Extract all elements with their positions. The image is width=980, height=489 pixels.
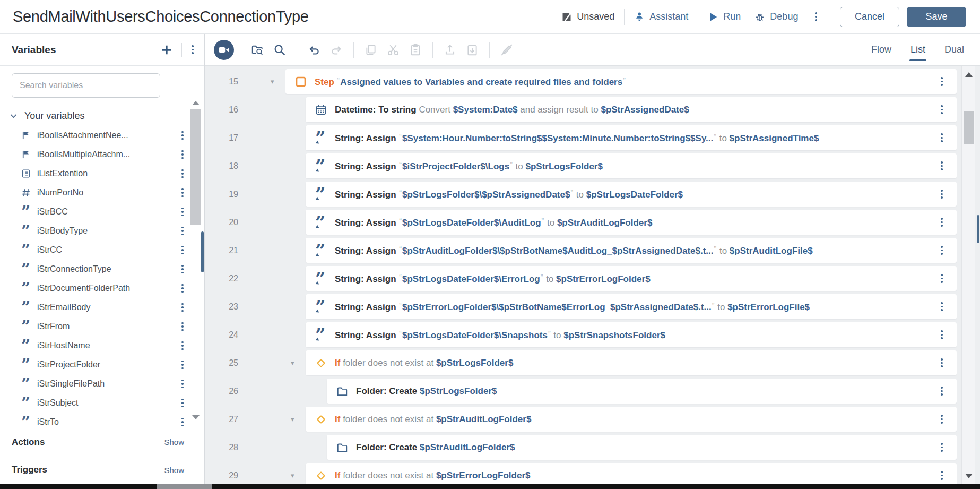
action-card[interactable]: If folder does not exist at $pStrAuditLo… [306,407,957,432]
kebab-menu[interactable] [178,417,187,428]
action-card[interactable]: String: Assign “$pStrAuditLogFolder$\$pS… [306,238,957,263]
view-tab-list[interactable]: List [910,34,925,66]
variable-item[interactable]: iStrFrom [0,317,187,336]
variable-item[interactable]: iStrCC [0,241,187,260]
action-card[interactable]: String: Assign “$pStrLogsFolder$\$pStrAs… [306,182,957,207]
variable-item[interactable]: iStrConnectionType [0,260,187,279]
variable-item[interactable]: iStrEmailBody [0,298,187,317]
action-card[interactable]: String: Assign “$pStrLogsDateFolder$\Aud… [306,210,957,235]
action-card[interactable]: Folder: Create $pStrAuditLogFolder$ [327,435,957,460]
scroll-up-icon[interactable] [965,72,973,77]
actions-section[interactable]: Actions Show [0,428,204,456]
your-variables-group[interactable]: Your variables [0,102,204,126]
action-card[interactable]: Datetime: To string Convert $System:Date… [306,97,957,122]
variable-item[interactable]: iStrBodyType [0,221,187,241]
if-diamond-icon [315,357,329,370]
variable-name: iStrDocumentFolderPath [37,284,178,293]
kebab-menu[interactable] [178,264,187,275]
run-button[interactable]: Run [708,11,741,22]
variable-item[interactable]: iStrBCC [0,202,187,221]
kebab-menu[interactable] [178,130,187,141]
collapse-chevron-icon[interactable]: ▾ [271,69,274,94]
kebab-menu[interactable] [938,76,946,87]
upload-icon [444,44,456,56]
sidebar-scroll-down-icon[interactable] [192,415,200,419]
kebab-menu[interactable] [178,226,187,237]
collapse-chevron-icon[interactable]: ▾ [291,463,294,484]
view-tab-flow[interactable]: Flow [871,34,891,66]
action-card[interactable]: String: Assign “$pStrErrorLogFolder$\$pS… [306,294,957,319]
variable-item[interactable]: iBoolIsAttachmentNee... [0,126,187,145]
sidebar-pane-scroll-indicator[interactable] [201,231,204,272]
variables-menu[interactable] [188,44,197,55]
triggers-show-link[interactable]: Show [164,466,184,475]
triggers-section[interactable]: Triggers Show [0,456,204,484]
collapse-chevron-icon[interactable]: ▾ [291,407,294,432]
record-button[interactable] [214,40,234,60]
kebab-menu[interactable] [938,104,946,115]
save-button[interactable]: Save [907,7,966,27]
add-variable-button[interactable] [161,45,172,55]
search-icon[interactable] [273,44,286,56]
cancel-button[interactable]: Cancel [840,7,899,27]
variable-item[interactable]: iStrSubject [0,393,187,413]
variable-item[interactable]: iNumPortNo [0,183,187,202]
kebab-menu[interactable] [938,329,946,340]
window-pane-scroll-indicator[interactable] [977,215,979,243]
sidebar-scrollbar-thumb[interactable] [190,109,201,225]
action-card[interactable]: If folder does not exist at $pStrErrorLo… [306,463,957,484]
kebab-menu[interactable] [938,385,946,397]
action-card[interactable]: If folder does not exist at $pStrLogsFol… [306,350,957,375]
kebab-menu[interactable] [178,283,187,294]
actions-show-link[interactable]: Show [164,437,184,447]
main-scrollbar-thumb[interactable] [964,111,974,144]
action-text: Folder: Create $pStrAuditLogFolder$ [356,442,930,453]
assistant-button[interactable]: Assistant [634,11,688,22]
collapse-chevron-icon[interactable]: ▾ [291,350,294,375]
scroll-down-icon[interactable] [965,474,973,478]
kebab-menu[interactable] [938,357,946,368]
sidebar-scroll-up-icon[interactable] [192,101,200,105]
kebab-menu[interactable] [178,379,187,390]
kebab-menu[interactable] [938,160,946,171]
view-tab-dual[interactable]: Dual [944,34,964,66]
kebab-menu[interactable] [178,168,187,179]
action-card[interactable]: Step “Assigned values to Variables and c… [285,69,957,94]
header-more-menu[interactable] [812,11,820,22]
kebab-menu[interactable] [178,187,187,199]
undo-icon[interactable] [308,44,320,56]
action-card[interactable]: Folder: Create $pStrLogsFolder$ [327,379,957,404]
folder-search-icon[interactable] [251,44,264,56]
variable-item[interactable]: iStrDocumentFolderPath [0,279,187,298]
kebab-menu[interactable] [938,301,946,312]
kebab-menu[interactable] [178,245,187,256]
kebab-menu[interactable] [938,245,946,256]
kebab-menu[interactable] [178,149,187,160]
kebab-menu[interactable] [178,302,187,313]
search-variables-input[interactable] [12,73,160,98]
kebab-menu[interactable] [938,132,946,143]
kebab-menu[interactable] [938,470,946,481]
kebab-menu[interactable] [178,398,187,409]
kebab-menu[interactable] [178,321,187,332]
debug-button[interactable]: Debug [754,11,798,22]
action-card[interactable]: String: Assign “$iStrProjectFolder$\Logs… [306,153,957,178]
variable-item[interactable]: iStrProjectFolder [0,355,187,374]
kebab-menu[interactable] [178,207,187,218]
action-card[interactable]: String: Assign “$pStrLogsDateFolder$\Sna… [306,322,957,347]
kebab-menu[interactable] [938,273,946,284]
variable-item[interactable]: iStrHostName [0,336,187,355]
main-scrollbar[interactable] [961,66,975,484]
action-card[interactable]: String: Assign “$System:Hour.Number:toSt… [306,125,957,150]
action-card[interactable]: String: Assign “$pStrLogsDateFolder$\Err… [306,266,957,291]
action-text: If folder does not exist at $pStrErrorLo… [335,470,930,481]
kebab-menu[interactable] [938,442,946,453]
variable-item[interactable]: iListExtention [0,164,187,183]
kebab-menu[interactable] [178,340,187,351]
kebab-menu[interactable] [178,359,187,371]
variable-item[interactable]: iStrSingleFilePath [0,374,187,393]
variable-item[interactable]: iBoolIsMultipleAttachm... [0,145,187,164]
kebab-menu[interactable] [938,414,946,425]
kebab-menu[interactable] [938,217,946,228]
kebab-menu[interactable] [938,188,946,200]
